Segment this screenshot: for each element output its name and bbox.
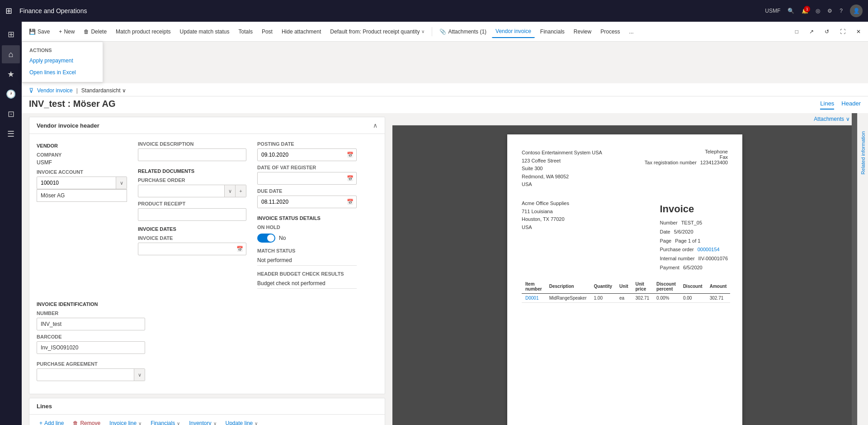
main-area: ⊽ Vendor invoice | Standardansicht ∨ INV… — [22, 83, 868, 425]
collapse-vendor-header-btn[interactable]: ∧ — [373, 122, 377, 129]
invoice-desc-input[interactable] — [138, 148, 246, 161]
grid-menu-icon[interactable]: ⊞ — [5, 6, 12, 16]
close-button[interactable]: ✕ — [853, 26, 864, 38]
new-button[interactable]: + New — [55, 26, 78, 38]
purchase-agreement-dropdown-btn[interactable]: ∨ — [134, 369, 145, 381]
financials-chevron: ∨ — [177, 421, 180, 425]
vat-register-input[interactable] — [258, 173, 344, 183]
view-icon-4[interactable]: ⛶ — [836, 26, 849, 38]
inventory-btn[interactable]: Inventory ∨ — [186, 418, 219, 425]
invoice-desc-group: Invoice description — [138, 141, 246, 161]
view-icon-2[interactable]: ↗ — [806, 26, 817, 38]
apply-prepayment-item[interactable]: Apply prepayment — [22, 55, 103, 67]
breadcrumb-link[interactable]: Vendor invoice — [37, 87, 73, 94]
vendor-invoice-header-toggle[interactable]: Vendor invoice header ∧ — [29, 117, 385, 134]
invoice-line-btn[interactable]: Invoice line ∨ — [107, 418, 144, 425]
delete-icon: 🗑 — [84, 29, 89, 35]
inv-col-unit: Unit — [616, 280, 632, 294]
settings-icon[interactable]: ⚙ — [827, 8, 832, 14]
invoice-paper: Contoso Entertainment System USA 123 Cof… — [507, 134, 742, 425]
on-hold-toggle[interactable] — [257, 234, 275, 243]
due-date-input[interactable] — [258, 197, 344, 207]
nav-modules-icon[interactable]: ⊡ — [2, 105, 20, 123]
search-icon[interactable]: 🔍 — [788, 8, 794, 14]
delete-button[interactable]: 🗑 Delete — [80, 26, 110, 38]
add-line-btn[interactable]: + Add line — [37, 418, 66, 425]
lines-section-header[interactable]: Lines — [29, 398, 385, 415]
filter-icon[interactable]: ⊽ — [29, 87, 33, 94]
posting-date-calendar-icon[interactable]: 📅 — [344, 152, 356, 158]
po-value[interactable]: 00000154 — [698, 245, 720, 254]
open-lines-excel-item[interactable]: Open lines in Excel — [22, 67, 103, 78]
financials-tab[interactable]: Financials — [537, 26, 568, 38]
purchase-order-add-btn[interactable]: + — [235, 185, 246, 197]
notification-icon[interactable]: 🔔 1 — [802, 8, 808, 14]
product-receipt-label: Product receipt — [138, 201, 246, 206]
remove-btn[interactable]: 🗑 Remove — [70, 418, 103, 425]
nav-grid-icon[interactable]: ⊞ — [2, 25, 20, 43]
invoice-from-company: Contoso Entertainment System USA — [522, 149, 602, 157]
purchase-order-input-wrap: ∨ + — [138, 185, 246, 197]
autocomplete-item[interactable]: Möser AG — [37, 190, 127, 201]
help-icon[interactable]: ? — [840, 8, 843, 14]
barcode-input[interactable] — [37, 341, 145, 354]
update-match-button[interactable]: Update match status — [176, 26, 233, 38]
invoice-number-group: Number — [37, 310, 145, 330]
invoice-account-dropdown-btn[interactable]: ∨ — [116, 177, 127, 189]
financials-btn[interactable]: Financials ∨ — [148, 418, 183, 425]
barcode-group: Barcode — [37, 334, 145, 354]
invoice-line-chevron: ∨ — [138, 421, 142, 425]
save-button[interactable]: 💾 Save — [25, 26, 53, 38]
tab-header[interactable]: Header — [841, 98, 861, 110]
nav-recent-icon[interactable]: 🕐 — [2, 85, 20, 103]
invoice-account-wrap: ∨ Möser AG — [37, 177, 127, 189]
post-button[interactable]: Post — [258, 26, 276, 38]
more-button[interactable]: ... — [626, 26, 637, 38]
inv-col-price: Unitprice — [632, 280, 653, 294]
tax-reg-label: Tax registration number — [645, 160, 697, 165]
inv-item-unit: ea — [616, 293, 632, 302]
user-icon[interactable]: 👤 — [850, 5, 863, 17]
nav-home-icon[interactable]: ⌂ — [2, 45, 20, 63]
vat-register-wrap: 📅 — [257, 172, 357, 185]
internal-value: IIV-00001076 — [698, 254, 728, 263]
product-receipt-input[interactable] — [138, 208, 246, 221]
inv-item-disc: 0.00 — [679, 293, 706, 302]
posting-date-wrap: 📅 — [257, 148, 357, 161]
default-from-button[interactable]: Default from: Product receipt quantity ∨ — [326, 26, 428, 38]
due-date-calendar-icon[interactable]: 📅 — [344, 199, 356, 205]
purchase-order-input[interactable] — [138, 186, 224, 196]
related-info-label[interactable]: Related information — [860, 131, 866, 174]
view-icon-3[interactable]: ↺ — [821, 26, 833, 38]
purchase-order-dropdown-btn[interactable]: ∨ — [224, 185, 235, 197]
vendor-invoice-tab[interactable]: Vendor invoice — [492, 25, 535, 38]
review-tab[interactable]: Review — [570, 26, 595, 38]
invoice-date-calendar-icon[interactable]: 📅 — [234, 246, 246, 252]
attachments-button[interactable]: 📎 Attachments (1) — [436, 26, 490, 38]
totals-button[interactable]: Totals — [235, 26, 256, 38]
add-line-icon: + — [39, 420, 42, 425]
vat-register-calendar-icon[interactable]: 📅 — [344, 175, 356, 181]
posting-date-input[interactable] — [258, 150, 344, 160]
nav-hamburger-icon[interactable]: ☰ — [2, 125, 20, 143]
nav-favorites-icon[interactable]: ★ — [2, 65, 20, 83]
internal-label: Internal number — [660, 254, 695, 263]
purchase-agreement-input[interactable] — [37, 370, 134, 380]
attachments-chevron: ∨ — [846, 116, 850, 122]
attachments-link[interactable]: Attachments ∨ — [814, 116, 850, 122]
match-receipts-button[interactable]: Match product receipts — [112, 26, 174, 38]
process-tab[interactable]: Process — [597, 26, 623, 38]
invoice-number-input[interactable] — [37, 318, 145, 330]
hide-attachment-button[interactable]: Hide attachment — [278, 26, 325, 38]
preview-scrollbar[interactable] — [852, 113, 857, 425]
match-status-value: Not performed — [257, 257, 357, 266]
update-line-btn[interactable]: Update line ∨ — [223, 418, 261, 425]
inv-item-number[interactable]: D0001 — [522, 293, 546, 302]
page-tabs: Lines Header — [820, 98, 861, 110]
invoice-account-input[interactable] — [37, 178, 116, 188]
view-icon-1[interactable]: □ — [792, 26, 802, 38]
view-selector[interactable]: Standardansicht ∨ — [81, 87, 126, 94]
invoice-date-input[interactable] — [138, 244, 234, 254]
circle-icon[interactable]: ◎ — [816, 8, 820, 14]
tab-lines[interactable]: Lines — [820, 98, 834, 110]
